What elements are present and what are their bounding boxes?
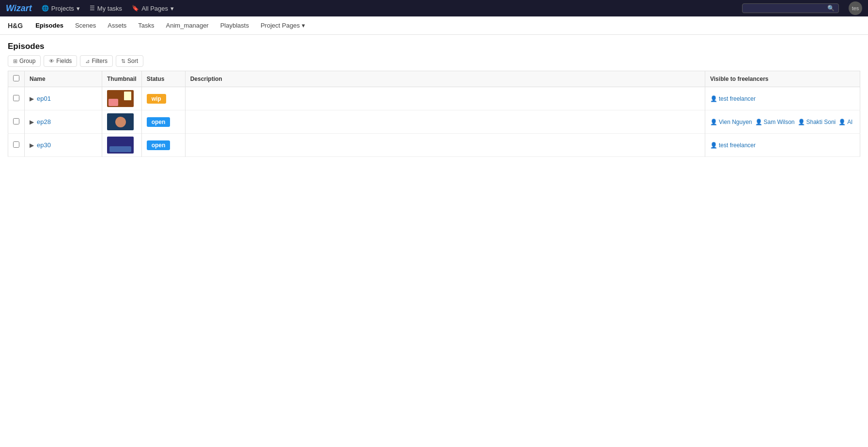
project-pages-dropdown-icon: ▾ — [302, 22, 305, 29]
fields-button[interactable]: 👁 Fields — [44, 55, 77, 67]
nav-episodes[interactable]: Episodes — [31, 19, 68, 32]
expand-icon[interactable]: ▶ — [30, 142, 34, 149]
row-name-cell: ▶ ep01 — [25, 87, 102, 110]
nav-scenes[interactable]: Scenes — [70, 19, 101, 32]
person-icon: 👤 — [838, 119, 846, 125]
row-thumbnail-cell — [102, 134, 142, 157]
page-header: Episodes — [0, 35, 868, 55]
nav-assets[interactable]: Assets — [103, 19, 131, 32]
logo-w: W — [6, 3, 14, 13]
projects-dropdown-icon: ▾ — [77, 5, 80, 12]
episodes-table: Name Thumbnail Status Description Visibl… — [8, 71, 860, 157]
expand-icon[interactable]: ▶ — [30, 95, 34, 102]
projects-nav-item[interactable]: 🌐 Projects ▾ — [42, 5, 80, 12]
top-navigation: Wizart 🌐 Projects ▾ ☰ My tasks 🔖 All Pag… — [0, 0, 868, 16]
header-visible-freelancers: Visible to freelancers — [705, 71, 860, 87]
freelancers-list: 👤 Vien Nguyen 👤 Sam Wilson 👤 Shakti Soni… — [710, 119, 855, 125]
toolbar: ⊞ Group 👁 Fields ⊿ Filters ⇅ Sort — [0, 55, 868, 71]
list-icon: ☰ — [90, 5, 95, 12]
freelancer-name: Sam Wilson — [764, 119, 795, 125]
row-checkbox-cell — [8, 87, 25, 110]
bookmark-icon: 🔖 — [132, 5, 139, 12]
nav-project-pages[interactable]: Project Pages ▾ — [256, 19, 310, 32]
all-pages-nav-item[interactable]: 🔖 All Pages ▾ — [132, 5, 174, 12]
freelancer-name: test freelancer — [719, 142, 756, 149]
search-input[interactable] — [746, 5, 827, 12]
sort-icon: ⇅ — [121, 58, 125, 64]
status-badge: open — [147, 117, 170, 127]
row-status-cell: open — [141, 110, 185, 134]
person-icon: 👤 — [755, 119, 762, 125]
person-icon: 👤 — [710, 142, 717, 149]
my-tasks-nav-item[interactable]: ☰ My tasks — [90, 5, 122, 12]
logo-text: izart — [14, 3, 32, 13]
table-row: ▶ ep28 open 👤 Vien Nguyen 👤 Sam Wilson 👤… — [8, 110, 860, 134]
person-icon: 👤 — [710, 119, 717, 125]
row-description-cell — [185, 87, 705, 110]
episodes-table-container: Name Thumbnail Status Description Visibl… — [0, 71, 868, 157]
row-name-cell: ▶ ep30 — [25, 134, 102, 157]
row-description-cell — [185, 110, 705, 134]
row-checkbox-cell — [8, 134, 25, 157]
secondary-navigation: H&G Episodes Scenes Assets Tasks Anim_ma… — [0, 16, 868, 35]
freelancer-link[interactable]: 👤 test freelancer — [710, 142, 756, 149]
row-name-cell: ▶ ep28 — [25, 110, 102, 134]
freelancer-link[interactable]: 👤 test freelancer — [710, 95, 756, 102]
nav-anim-manager[interactable]: Anim_manager — [161, 19, 214, 32]
row-checkbox-2[interactable] — [13, 141, 19, 148]
status-badge: wip — [147, 94, 166, 104]
nav-tasks[interactable]: Tasks — [133, 19, 159, 32]
freelancer-link[interactable]: 👤 Vien Nguyen — [710, 119, 752, 125]
filters-button[interactable]: ⊿ Filters — [80, 55, 113, 67]
page-title: Episodes — [8, 42, 45, 51]
freelancer-link[interactable]: 👤 Al — [838, 119, 852, 125]
freelancer-link[interactable]: 👤 Sam Wilson — [755, 119, 795, 125]
row-checkbox-1[interactable] — [13, 118, 19, 124]
nav-playblasts[interactable]: Playblasts — [216, 19, 254, 32]
row-freelancers-cell: 👤 test freelancer — [705, 87, 860, 110]
globe-icon: 🌐 — [42, 5, 49, 12]
header-status: Status — [141, 71, 185, 87]
table-row: ▶ ep01 wip 👤 test freelancer — [8, 87, 860, 110]
row-thumbnail-cell — [102, 110, 142, 134]
sort-button[interactable]: ⇅ Sort — [116, 55, 143, 67]
status-badge: open — [147, 140, 170, 150]
episode-link[interactable]: ep01 — [37, 95, 51, 102]
row-status-cell: open — [141, 134, 185, 157]
episode-link[interactable]: ep30 — [37, 141, 51, 149]
freelancers-list: 👤 test freelancer — [710, 95, 855, 102]
project-label: H&G — [8, 22, 23, 30]
header-thumbnail: Thumbnail — [102, 71, 142, 87]
header-description: Description — [185, 71, 705, 87]
row-checkbox-0[interactable] — [13, 95, 19, 101]
header-checkbox-cell — [8, 71, 25, 87]
row-checkbox-cell — [8, 110, 25, 134]
search-bar: 🔍 — [742, 3, 839, 13]
row-freelancers-cell: 👤 test freelancer — [705, 134, 860, 157]
freelancer-name: test freelancer — [719, 95, 756, 102]
header-name: Name — [25, 71, 102, 87]
episode-link[interactable]: ep28 — [37, 118, 51, 125]
user-avatar[interactable]: tes — [849, 1, 862, 15]
fields-icon: 👁 — [49, 58, 54, 64]
all-pages-dropdown-icon: ▾ — [170, 5, 174, 12]
row-status-cell: wip — [141, 87, 185, 110]
group-icon: ⊞ — [13, 58, 17, 64]
group-button[interactable]: ⊞ Group — [8, 55, 41, 67]
freelancer-name: Shakti Soni — [806, 119, 836, 125]
freelancer-name: Al — [847, 119, 852, 125]
freelancers-list: 👤 test freelancer — [710, 142, 855, 149]
search-icon: 🔍 — [827, 5, 835, 12]
row-description-cell — [185, 134, 705, 157]
app-logo[interactable]: Wizart — [6, 3, 32, 14]
freelancer-link[interactable]: 👤 Shakti Soni — [798, 119, 836, 125]
expand-icon[interactable]: ▶ — [30, 119, 34, 125]
table-header-row: Name Thumbnail Status Description Visibl… — [8, 71, 860, 87]
filter-icon: ⊿ — [85, 58, 90, 64]
table-row: ▶ ep30 open 👤 test freelancer — [8, 134, 860, 157]
select-all-checkbox[interactable] — [13, 75, 19, 81]
person-icon: 👤 — [798, 119, 805, 125]
row-freelancers-cell: 👤 Vien Nguyen 👤 Sam Wilson 👤 Shakti Soni… — [705, 110, 860, 134]
freelancer-name: Vien Nguyen — [719, 119, 752, 125]
row-thumbnail-cell — [102, 87, 142, 110]
